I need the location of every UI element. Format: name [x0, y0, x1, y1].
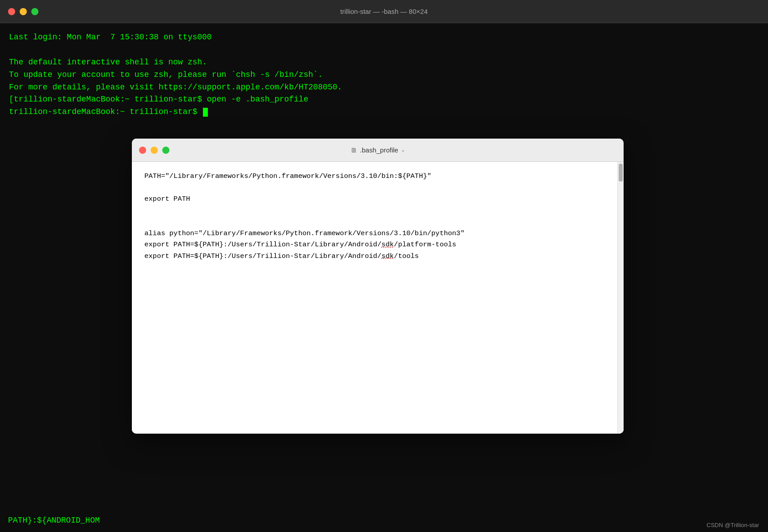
textedit-scrollbar-thumb[interactable]: [619, 164, 623, 182]
textedit-maximize-button[interactable]: [162, 147, 169, 154]
terminal-line-3: The default interactive shell is now zsh…: [9, 56, 759, 69]
terminal-line-2: [9, 44, 759, 56]
chevron-down-icon[interactable]: ⌄: [401, 147, 405, 153]
terminal-prompt-text: trillion-stardeMacBook:~ trillion-star$: [9, 107, 202, 116]
textedit-window-controls: [139, 147, 169, 154]
textedit-window: 🗎 .bash_profile ⌄ PATH="/Library/Framewo…: [132, 139, 624, 434]
terminal-content: Last login: Mon Mar 7 15:30:38 on ttys00…: [0, 23, 768, 127]
sdk-underline-2: sdk: [381, 252, 394, 260]
textedit-content-area[interactable]: PATH="/Library/Frameworks/Python.framewo…: [132, 162, 624, 434]
terminal-window: trillion-star — -bash — 80×24 Last login…: [0, 0, 768, 532]
textedit-line-8: export PATH=${PATH}:/Users/Trillion-Star…: [144, 251, 611, 262]
textedit-titlebar: 🗎 .bash_profile ⌄: [132, 139, 624, 162]
terminal-window-controls: [8, 8, 38, 15]
textedit-line-4-empty: [144, 205, 611, 217]
terminal-close-button[interactable]: [8, 8, 15, 15]
textedit-filename: .bash_profile: [360, 146, 398, 154]
terminal-line-1: Last login: Mon Mar 7 15:30:38 on ttys00…: [9, 31, 759, 44]
textedit-line-1: PATH="/Library/Frameworks/Python.framewo…: [144, 171, 611, 182]
textedit-minimize-button[interactable]: [151, 147, 158, 154]
watermark: CSDN @Trillion-star: [707, 522, 759, 528]
terminal-maximize-button[interactable]: [31, 8, 38, 15]
sdk-underline: sdk: [381, 241, 394, 249]
terminal-line-6: [trillion-stardeMacBook:~ trillion-star$…: [9, 93, 759, 106]
terminal-cursor: [203, 108, 208, 117]
textedit-close-button[interactable]: [139, 147, 146, 154]
textedit-line-6: alias python="/Library/Frameworks/Python…: [144, 228, 611, 240]
terminal-line-5: For more details, please visit https://s…: [9, 81, 759, 94]
terminal-titlebar: trillion-star — -bash — 80×24: [0, 0, 768, 23]
textedit-line-2-empty: [144, 182, 611, 194]
textedit-line-7: export PATH=${PATH}:/Users/Trillion-Star…: [144, 239, 611, 251]
bottom-prompt-text: PATH}:${ANDROID_HOM: [8, 516, 100, 525]
file-icon: 🗎: [350, 146, 357, 154]
bottom-bar: PATH}:${ANDROID_HOM: [0, 509, 768, 532]
textedit-line-3: export PATH: [144, 194, 611, 205]
terminal-line-7: trillion-stardeMacBook:~ trillion-star$: [9, 106, 759, 118]
terminal-minimize-button[interactable]: [20, 8, 27, 15]
textedit-title-area: 🗎 .bash_profile ⌄: [132, 146, 624, 154]
textedit-scrollbar[interactable]: [617, 162, 624, 434]
terminal-title: trillion-star — -bash — 80×24: [340, 8, 428, 15]
terminal-line-4: To update your account to use zsh, pleas…: [9, 69, 759, 81]
textedit-line-5-empty: [144, 216, 611, 228]
